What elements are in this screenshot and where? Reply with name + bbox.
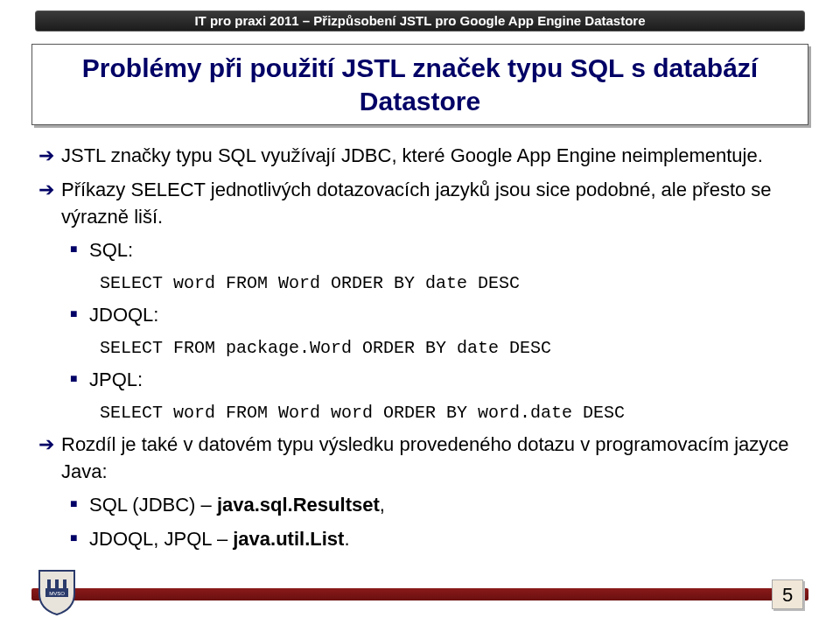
sub-bullet-item: ■ SQL: bbox=[70, 237, 802, 264]
code-line: SELECT word FROM Word ORDER BY date DESC bbox=[100, 271, 802, 295]
bullet-text: JSTL značky typu SQL využívají JDBC, kte… bbox=[61, 143, 802, 170]
slide-title: Problémy při použití JSTL značek typu SQ… bbox=[45, 52, 795, 117]
sub-bullet-text: SQL (JDBC) – java.sql.Resultset, bbox=[89, 492, 802, 519]
bullet-text: Příkazy SELECT jednotlivých dotazovacích… bbox=[61, 177, 802, 231]
text-part: JDOQL, JPQL – bbox=[89, 528, 233, 550]
text-part: , bbox=[380, 494, 385, 516]
text-part: . bbox=[344, 528, 349, 550]
square-icon: ■ bbox=[70, 367, 89, 390]
square-icon: ■ bbox=[70, 302, 89, 326]
title-box: Problémy při použití JSTL značek typu SQ… bbox=[32, 44, 808, 125]
text-part: SQL (JDBC) – bbox=[89, 494, 217, 516]
svg-rect-2 bbox=[55, 579, 59, 588]
sub-bullet-item: ■ SQL (JDBC) – java.sql.Resultset, bbox=[70, 492, 802, 519]
sub-bullet-label: JPQL: bbox=[89, 367, 802, 394]
bold-text: java.util.List bbox=[233, 528, 344, 550]
page-number: 5 bbox=[772, 579, 803, 609]
bullet-item: ➔ JSTL značky typu SQL využívají JDBC, k… bbox=[38, 143, 802, 170]
sub-bullet-label: JDOQL: bbox=[89, 302, 802, 329]
code-line: SELECT word FROM Word word ORDER BY word… bbox=[100, 401, 802, 425]
bullet-item: ➔ Rozdíl je také v datovém typu výsledku… bbox=[38, 432, 802, 486]
logo-icon: MVSO bbox=[35, 567, 79, 616]
svg-text:MVSO: MVSO bbox=[49, 591, 65, 596]
svg-rect-1 bbox=[47, 579, 51, 588]
bold-text: java.sql.Resultset bbox=[217, 494, 380, 516]
sub-bullet-item: ■ JDOQL, JPQL – java.util.List. bbox=[70, 526, 802, 553]
arrow-icon: ➔ bbox=[38, 143, 61, 170]
code-line: SELECT FROM package.Word ORDER BY date D… bbox=[100, 336, 802, 360]
content-area: ➔ JSTL značky typu SQL využívají JDBC, k… bbox=[38, 143, 802, 553]
sub-bullet-item: ■ JPQL: bbox=[70, 367, 802, 394]
square-icon: ■ bbox=[70, 526, 89, 550]
square-icon: ■ bbox=[70, 492, 89, 516]
bullet-item: ➔ Příkazy SELECT jednotlivých dotazovací… bbox=[38, 177, 802, 231]
footer-bar bbox=[32, 588, 808, 600]
header-bar: IT pro praxi 2011 – Přizpůsobení JSTL pr… bbox=[35, 11, 805, 32]
square-icon: ■ bbox=[70, 237, 89, 261]
sub-bullet-label: SQL: bbox=[89, 237, 802, 264]
sub-bullet-item: ■ JDOQL: bbox=[70, 302, 802, 329]
svg-rect-3 bbox=[63, 579, 66, 588]
arrow-icon: ➔ bbox=[38, 177, 61, 204]
sub-bullet-text: JDOQL, JPQL – java.util.List. bbox=[89, 526, 802, 553]
bullet-text: Rozdíl je také v datovém typu výsledku p… bbox=[61, 432, 802, 486]
arrow-icon: ➔ bbox=[38, 432, 61, 459]
